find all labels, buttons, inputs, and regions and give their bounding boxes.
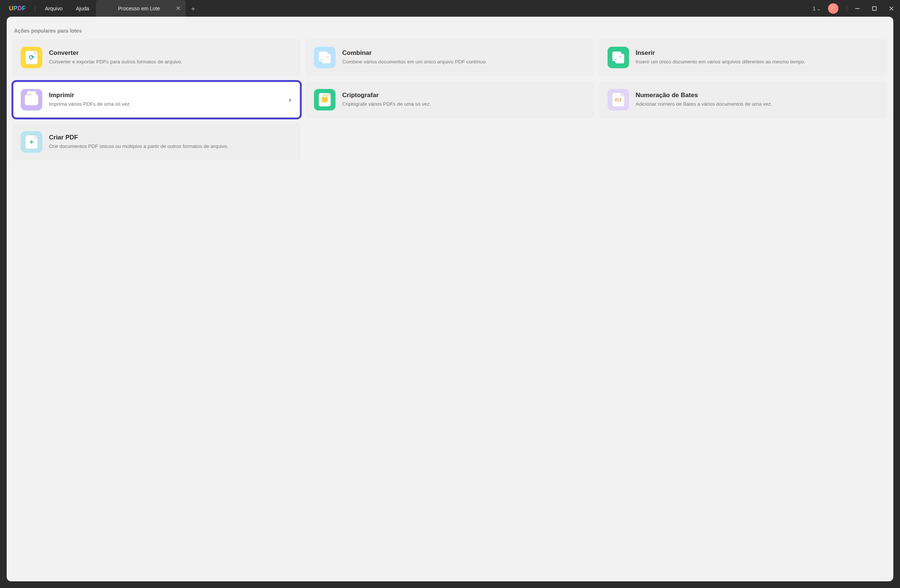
card-title: Numeração de Bates [636, 92, 879, 99]
card-title: Converter [49, 49, 292, 57]
section-title: Ações populares para lotes [14, 28, 888, 34]
convert-icon [21, 47, 42, 68]
menu-file[interactable]: Arquivo [38, 0, 69, 17]
card-title: Imprimir [49, 92, 281, 99]
card-insert[interactable]: ←→ Inserir Inserir um único documento em… [599, 39, 888, 76]
tab-close-icon[interactable]: ✕ [175, 5, 181, 12]
minimize-icon [855, 6, 860, 11]
card-bates[interactable]: 012 Numeração de Bates Adicionar número … [599, 81, 888, 118]
card-desc: Adicionar número de Bates a vários docum… [636, 101, 879, 108]
card-title: Combinar [342, 49, 586, 57]
card-title: Criar PDF [49, 134, 292, 141]
action-grid: Converter Converter e exportar PDFs para… [12, 39, 888, 161]
menu-help[interactable]: Ajuda [69, 0, 96, 17]
insert-icon: ←→ [608, 47, 629, 68]
close-icon [889, 6, 894, 11]
card-encrypt[interactable]: Criptografar Criptografe vários PDFs de … [306, 81, 594, 118]
chevron-down-icon: ⌄ [817, 6, 821, 11]
menu-separator: | [35, 6, 36, 11]
card-print[interactable]: Imprimir Imprima vários PDFs de uma só v… [12, 81, 301, 118]
window-maximize-button[interactable] [866, 0, 883, 17]
chevron-right-icon: › [287, 96, 292, 104]
app-logo: UPDF [9, 5, 26, 12]
new-tab-button[interactable]: ＋ [186, 0, 200, 17]
svg-rect-1 [872, 7, 876, 10]
window-close-button[interactable] [883, 0, 900, 17]
card-title: Inserir [636, 49, 879, 57]
print-icon [21, 89, 42, 110]
card-desc: Converter e exportar PDFs para outros fo… [49, 59, 292, 66]
card-desc: Criptografe vários PDFs de uma só vez. [342, 101, 586, 108]
card-create-pdf[interactable]: + Criar PDF Crie documentos PDF únicos o… [12, 123, 301, 161]
card-desc: Combine vários documentos em um único ar… [342, 59, 586, 66]
window-separator: | [846, 6, 847, 11]
main-panel: Ações populares para lotes Converter Con… [7, 17, 893, 581]
titlebar: UPDF | Arquivo Ajuda Processo em Lote ✕ … [0, 0, 900, 17]
card-convert[interactable]: Converter Converter e exportar PDFs para… [12, 39, 301, 76]
maximize-icon [872, 6, 877, 11]
bates-icon: 012 [608, 89, 629, 110]
window-count[interactable]: 1⌄ [812, 6, 822, 11]
combine-icon: →← [314, 47, 335, 68]
card-desc: Inserir um único documento em vários arq… [636, 59, 879, 66]
card-desc: Imprima vários PDFs de uma só vez. [49, 101, 281, 108]
tab-batch-process[interactable]: Processo em Lote ✕ [96, 0, 186, 17]
create-pdf-icon: + [21, 131, 42, 153]
card-title: Criptografar [342, 92, 586, 99]
card-desc: Crie documentos PDF únicos ou múltiplos … [49, 143, 292, 150]
card-combine[interactable]: →← Combinar Combine vários documentos em… [306, 39, 594, 76]
window-minimize-button[interactable] [849, 0, 866, 17]
encrypt-icon [314, 89, 335, 110]
avatar[interactable] [828, 3, 838, 14]
tab-title: Processo em Lote [118, 6, 160, 11]
